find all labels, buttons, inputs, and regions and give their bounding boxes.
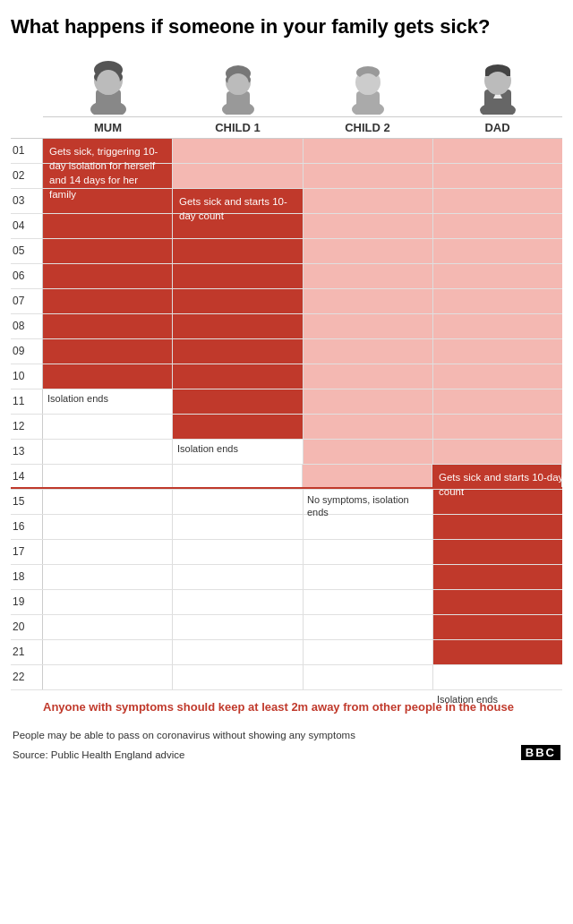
day-row-12: 12	[11, 415, 562, 440]
cell-child2-07	[304, 289, 433, 313]
day-label-11: 11	[11, 389, 43, 414]
day-label-03: 03	[11, 189, 43, 213]
cell-dad-11	[433, 389, 562, 414]
cell-mum-07	[43, 289, 173, 313]
cell-mum-13	[43, 440, 173, 464]
cell-mum-03	[43, 189, 173, 213]
svg-point-5	[97, 70, 120, 95]
source: Source: Public Health England advice	[13, 749, 184, 760]
day-row-11: 11	[11, 389, 562, 415]
day-row-19: 19	[11, 590, 562, 615]
day-label-12: 12	[11, 415, 43, 439]
day-row-03: 03	[11, 189, 562, 214]
avatar-child1	[210, 52, 267, 115]
cell-child2-21	[304, 640, 433, 664]
col-label-child1: CHILD 1	[173, 116, 303, 134]
day-row-22: 22	[11, 665, 562, 690]
cell-mum-01	[43, 139, 173, 163]
cell-dad-08	[433, 314, 562, 338]
cell-child1-04	[173, 214, 303, 238]
cell-child2-14	[303, 465, 432, 489]
cell-dad-18	[433, 565, 562, 589]
cell-mum-05	[43, 239, 173, 263]
main-container: What happens if someone in your family g…	[0, 0, 573, 767]
day-label-21: 21	[11, 640, 43, 664]
footer: People may be able to pass on coronaviru…	[11, 730, 562, 760]
cell-child1-14	[173, 465, 303, 489]
col-label-mum: MUM	[43, 116, 173, 134]
cell-dad-02	[433, 164, 562, 188]
cell-mum-04	[43, 214, 173, 238]
cell-child1-18	[173, 565, 303, 589]
cell-mum-02	[43, 164, 173, 188]
cell-mum-10	[43, 364, 173, 389]
headline: What happens if someone in your family g…	[11, 14, 562, 39]
day-row-05: 05	[11, 239, 562, 264]
cell-child2-19	[304, 590, 433, 614]
day-row-02: 02	[11, 164, 562, 189]
day-label-08: 08	[11, 314, 43, 338]
cell-child2-18	[304, 565, 433, 589]
day-row-06: 06	[11, 264, 562, 289]
cell-child1-03	[173, 189, 303, 213]
day-label-15: 15	[11, 490, 43, 514]
warning-row: Anyone with symptoms should keep at leas…	[11, 690, 562, 723]
svg-point-23	[486, 72, 509, 95]
day-row-04: 04	[11, 214, 562, 239]
cell-child2-06	[304, 264, 433, 288]
avatar-mum	[80, 52, 137, 115]
col-label-child2: CHILD 2	[303, 116, 432, 134]
cell-mum-15	[43, 490, 173, 514]
cell-child2-22	[304, 665, 433, 689]
cell-child1-16	[173, 515, 303, 539]
avatar-child2	[339, 52, 397, 115]
cell-dad-13	[433, 440, 562, 464]
cell-mum-20	[43, 615, 173, 639]
cell-dad-06	[433, 264, 562, 288]
cell-dad-19	[433, 590, 562, 614]
cell-child1-05	[173, 239, 303, 263]
avatar-dad	[469, 52, 526, 115]
cell-child1-12	[173, 415, 303, 439]
cell-child2-10	[304, 364, 433, 389]
cell-child1-15	[173, 490, 303, 514]
cell-child1-07	[173, 289, 303, 313]
cell-dad-03	[433, 189, 562, 213]
cell-mum-06	[43, 264, 173, 288]
chart-area: MUM CHILD 1	[11, 52, 562, 723]
cell-child2-16	[304, 515, 433, 539]
day-label-13: 13	[11, 440, 43, 464]
day-label-06: 06	[11, 264, 43, 288]
day-row-09: 09	[11, 339, 562, 364]
day-label-20: 20	[11, 615, 43, 639]
cell-child2-01	[304, 139, 433, 163]
cell-child1-17	[173, 540, 303, 564]
cell-dad-17	[433, 540, 562, 564]
cell-mum-12	[43, 415, 173, 439]
cell-child2-04	[304, 214, 433, 238]
day-row-07: 07	[11, 289, 562, 314]
cell-child1-21	[173, 640, 303, 664]
cell-child2-13	[304, 440, 433, 464]
svg-point-16	[357, 73, 379, 95]
cell-child1-06	[173, 264, 303, 288]
cell-mum-16	[43, 515, 173, 539]
cell-child1-02	[173, 164, 303, 188]
day-label-18: 18	[11, 565, 43, 589]
day-row-21: 21	[11, 640, 562, 665]
cell-child1-10	[173, 364, 303, 389]
cell-dad-21	[433, 640, 562, 664]
col-header-child1: CHILD 1	[173, 52, 303, 138]
cell-mum-22	[43, 665, 173, 689]
cell-dad-20	[433, 615, 562, 639]
cell-dad-12	[433, 415, 562, 439]
cell-dad-10	[433, 364, 562, 389]
cell-child1-22	[173, 665, 303, 689]
cell-child2-20	[304, 615, 433, 639]
day-row-16: 16	[11, 515, 562, 540]
cell-child2-03	[304, 189, 433, 213]
cell-mum-21	[43, 640, 173, 664]
day-row-14: 14	[11, 465, 562, 490]
bbc-logo: BBC	[521, 745, 560, 760]
day-row-08: 08	[11, 314, 562, 339]
